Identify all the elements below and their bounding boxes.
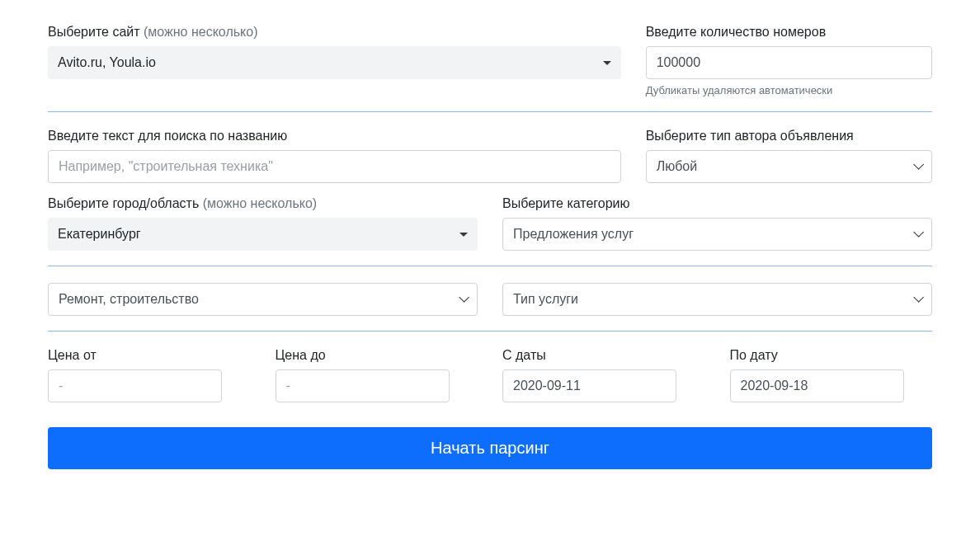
caret-down-icon [603,61,611,65]
chevron-down-icon [459,295,467,303]
service-type-select[interactable]: Тип услуги [502,283,932,316]
quantity-input[interactable] [646,46,932,79]
city-dropdown-value: Екатеринбург [58,224,141,244]
chevron-down-icon [913,295,921,303]
city-label-hint: (можно несколько) [203,196,317,210]
quantity-help-text: Дубликаты удаляются автоматически [646,84,932,96]
chevron-down-icon [913,162,921,171]
site-label-hint: (можно несколько) [144,25,257,39]
date-from-label: С даты [502,348,705,363]
city-label-text: Выберите город/область [48,196,199,210]
category-value: Предложения услуг [513,224,634,244]
author-type-value: Любой [657,157,698,176]
site-dropdown-value: Avito.ru, Youla.io [58,53,156,73]
author-type-select[interactable]: Любой [646,150,932,183]
category-label: Выберите категорию [502,196,932,211]
category-select[interactable]: Предложения услуг [502,218,932,251]
start-parsing-button[interactable]: Начать парсинг [48,427,932,469]
author-type-label: Выберите тип автора объявления [646,129,932,143]
city-dropdown[interactable]: Екатеринбург [48,218,478,251]
service-type-placeholder: Тип услуги [513,289,578,309]
price-from-label: Цена от [48,348,251,363]
site-label: Выберите сайт (можно несколько) [48,25,621,40]
search-text-input[interactable] [48,150,621,183]
date-to-input[interactable] [730,369,904,402]
subcategory-select[interactable]: Ремонт, строительство [48,283,478,316]
search-text-label: Введите текст для поиска по названию [48,129,621,143]
section-divider [48,266,932,266]
city-label: Выберите город/область (можно несколько) [48,196,478,211]
date-to-label: По дату [730,348,933,363]
site-dropdown[interactable]: Avito.ru, Youla.io [48,46,621,79]
chevron-down-icon [913,230,921,238]
subcategory-value: Ремонт, строительство [59,289,199,309]
section-divider [48,111,932,112]
date-from-input[interactable] [502,369,676,402]
price-to-input[interactable] [276,369,450,402]
price-to-label: Цена до [276,348,478,363]
caret-down-icon [459,233,468,237]
site-label-text: Выберите сайт [48,25,140,39]
price-from-input[interactable] [48,369,222,402]
section-divider [48,331,932,332]
quantity-label: Введите количество номеров [646,25,932,40]
